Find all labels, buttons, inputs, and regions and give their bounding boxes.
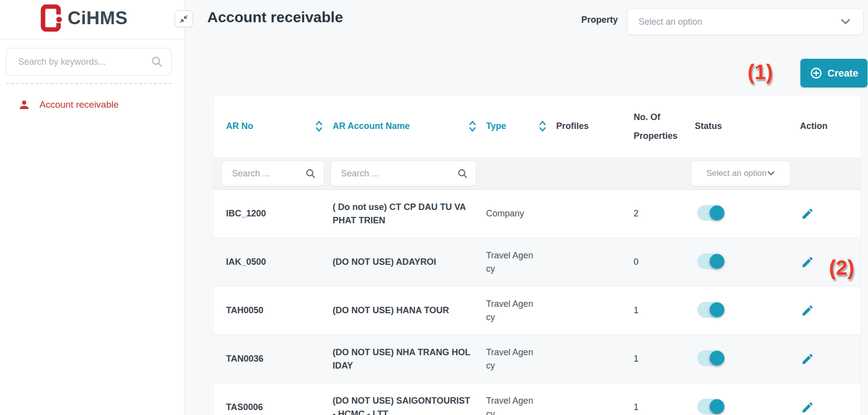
pencil-icon: [801, 352, 814, 366]
properties-count-cell: 2: [634, 208, 695, 219]
plus-circle-icon: [810, 67, 823, 80]
property-select[interactable]: Select an option: [627, 8, 864, 35]
toggle-knob: [710, 351, 724, 366]
type-cell: Travel Agency: [486, 297, 535, 324]
ar-table-card: AR NoAR Account NameTypeProfilesNo. Of P…: [214, 95, 860, 415]
pencil-icon: [801, 304, 814, 317]
sidebar-item-account-receivable[interactable]: Account receivable: [0, 94, 185, 116]
ar-no-filter: [222, 161, 324, 186]
sidebar-divider: [6, 83, 172, 84]
account-name-filter: [331, 161, 476, 186]
column-header-label: No. Of Properties: [634, 112, 678, 141]
column-header-label: Status: [695, 121, 722, 131]
chevron-down-icon: [841, 19, 850, 25]
column-header-label: Action: [800, 121, 828, 131]
column-header-label: Profiles: [556, 121, 589, 131]
table-row: TAS0006(DO NOT USE) SAIGONTOURIST - HCMC…: [214, 383, 860, 415]
column-header-profiles: Profiles: [556, 121, 634, 131]
annotation-2: (2): [829, 256, 854, 280]
column-header-label: Type: [486, 121, 506, 131]
status-toggle[interactable]: [697, 350, 724, 366]
create-button-label: Create: [828, 68, 858, 79]
ar-account-name-cell: (DO NOT USE) SAIGONTOURIST - HCMC - LTT: [333, 394, 471, 415]
cihms-logo-icon: [40, 4, 64, 32]
edit-button[interactable]: [800, 352, 815, 367]
status-filter-value: Select an option: [707, 168, 767, 178]
ar-no-cell: TAH0050: [226, 305, 333, 316]
app-window: CiHMS Account receivable: [0, 0, 868, 415]
ar-account-name-cell: ( Do not use) CT CP DAU TU VA PHAT TRIEN: [333, 201, 471, 227]
account-name-filter-input[interactable]: [331, 168, 457, 179]
sort-icon[interactable]: [315, 120, 323, 132]
status-filter-select[interactable]: Select an option: [691, 161, 791, 186]
property-select-value: Select an option: [639, 17, 841, 27]
edit-button[interactable]: [800, 255, 815, 270]
table-row: IBC_1200( Do not use) CT CP DAU TU VA PH…: [214, 190, 860, 238]
pencil-icon: [801, 255, 814, 269]
type-cell: Travel Agency: [486, 394, 535, 415]
chevron-down-icon: [767, 171, 775, 176]
column-header-ar-account-name[interactable]: AR Account Name: [333, 120, 486, 132]
person-icon: [18, 98, 31, 111]
type-cell: Travel Agency: [486, 249, 535, 276]
type-cell: Company: [486, 207, 535, 220]
toggle-knob: [710, 302, 724, 317]
toggle-knob: [710, 399, 724, 414]
annotation-1: (1): [748, 60, 773, 84]
pencil-icon: [801, 401, 814, 414]
table-row: IAK_0500(DO NOT USE) ADAYROITravel Agenc…: [214, 238, 860, 287]
column-header-status: Status: [695, 121, 800, 131]
toggle-knob: [710, 254, 724, 269]
table-header-row: AR NoAR Account NameTypeProfilesNo. Of P…: [214, 95, 860, 157]
sidebar: CiHMS Account receivable: [0, 0, 185, 415]
toggle-knob: [710, 206, 724, 220]
sidebar-search-input[interactable]: [6, 48, 172, 76]
logo-row: CiHMS: [0, 0, 184, 40]
sidebar-collapse-button[interactable]: [175, 10, 193, 27]
status-toggle[interactable]: [697, 253, 724, 269]
status-toggle[interactable]: [697, 302, 724, 318]
sort-icon[interactable]: [469, 120, 476, 132]
status-toggle[interactable]: [697, 399, 724, 415]
edit-button[interactable]: [800, 207, 815, 221]
sidebar-search: [6, 48, 172, 76]
ar-no-cell: TAS0006: [226, 402, 333, 413]
logo-text: CiHMS: [68, 8, 128, 29]
table-body: IBC_1200( Do not use) CT CP DAU TU VA PH…: [214, 190, 860, 415]
type-cell: Travel Agency: [486, 346, 535, 373]
status-toggle[interactable]: [697, 205, 724, 221]
column-header-label: AR No: [226, 121, 253, 131]
table-row: TAN0036(DO NOT USE) NHA TRANG HOLIDAYTra…: [214, 335, 860, 383]
ar-account-name-cell: (DO NOT USE) NHA TRANG HOLIDAY: [333, 346, 471, 373]
create-button[interactable]: Create: [800, 59, 868, 87]
sidebar-item-label: Account receivable: [39, 99, 119, 110]
column-header-no-of-properties: No. Of Properties: [634, 108, 685, 145]
ar-no-filter-input[interactable]: [222, 168, 305, 179]
search-icon: [305, 168, 316, 179]
ar-account-name-cell: (DO NOT USE) ADAYROI: [333, 255, 471, 269]
column-header-ar-no[interactable]: AR No: [226, 120, 333, 132]
property-label: Property: [567, 15, 618, 25]
table-filter-row: Select an option: [214, 157, 860, 190]
search-icon: [457, 168, 468, 179]
properties-count-cell: 1: [634, 402, 695, 413]
ar-no-cell: IBC_1200: [226, 208, 333, 219]
column-header-label: AR Account Name: [333, 121, 410, 131]
page-title: Account receivable: [207, 9, 343, 26]
pencil-icon: [801, 207, 814, 220]
ar-no-cell: IAK_0500: [226, 257, 333, 267]
properties-count-cell: 1: [634, 354, 695, 364]
table-row: TAH0050(DO NOT USE) HANA TOURTravel Agen…: [214, 287, 860, 335]
properties-count-cell: 0: [634, 257, 695, 267]
search-icon: [151, 56, 163, 68]
ar-account-name-cell: (DO NOT USE) HANA TOUR: [333, 304, 471, 317]
collapse-icon: [179, 14, 189, 24]
edit-button[interactable]: [800, 400, 815, 415]
column-header-type[interactable]: Type: [486, 120, 556, 132]
column-header-action: Action: [800, 121, 860, 131]
ar-no-cell: TAN0036: [226, 354, 333, 364]
properties-count-cell: 1: [634, 305, 695, 316]
edit-button[interactable]: [800, 303, 815, 318]
sort-icon[interactable]: [539, 120, 546, 132]
